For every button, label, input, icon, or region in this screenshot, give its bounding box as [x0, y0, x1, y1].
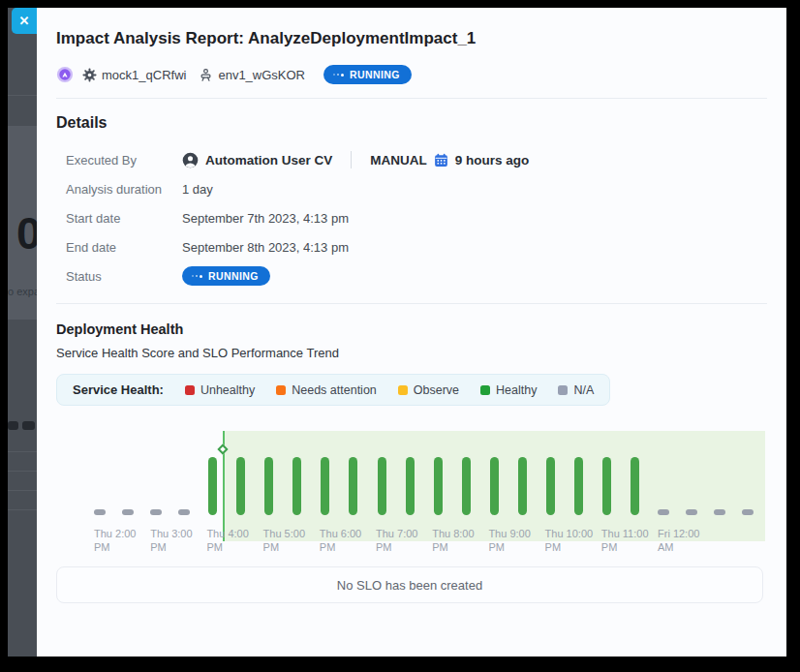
environment-meta: env1_wGsKOR — [199, 68, 305, 82]
background-button — [8, 421, 18, 430]
trigger-type: MANUAL — [370, 153, 427, 168]
environment-icon — [199, 68, 213, 82]
legend-swatch-icon — [480, 385, 490, 395]
legend-item: N/A — [558, 383, 594, 397]
deployment-health-section: Deployment Health Service Health Score a… — [37, 304, 786, 603]
x-axis-tick-label: Thu 9:00PM — [488, 527, 530, 555]
x-axis-tick-label: Thu 10:00PM — [545, 527, 594, 555]
health-bar-healthy[interactable] — [462, 457, 471, 515]
health-bar-healthy[interactable] — [349, 457, 357, 515]
health-bar-healthy[interactable] — [208, 457, 217, 515]
chart-subtitle: Service Health Score and SLO Performance… — [56, 346, 767, 360]
background-row-divider — [8, 490, 37, 491]
health-bar-healthy[interactable] — [434, 457, 443, 515]
background-partial-text: o expa — [8, 286, 37, 297]
legend-title: Service Health: — [73, 382, 164, 397]
status-badge-label: RUNNING — [350, 69, 400, 80]
health-bar-healthy[interactable] — [602, 457, 611, 515]
detail-value: September 7th 2023, 4:13 pm — [182, 211, 349, 226]
background-row-divider — [8, 509, 37, 510]
monitored-service-icon — [56, 66, 74, 83]
health-bar-healthy[interactable] — [378, 457, 386, 515]
detail-label: End date — [66, 240, 182, 255]
x-axis-tick-label: Thu 8:00PM — [432, 527, 474, 555]
slo-empty-message: No SLO has been created — [337, 578, 482, 593]
background-row-divider — [8, 451, 37, 452]
legend-swatch-icon — [276, 385, 286, 395]
detail-row-analysis-duration: Analysis duration 1 day — [56, 174, 767, 203]
detail-value: 1 day — [182, 182, 213, 197]
x-axis-tick-label: Fri 12:00AM — [658, 527, 699, 555]
gear-icon — [82, 68, 97, 82]
loading-dots-icon — [192, 275, 202, 278]
close-drawer-button[interactable]: ✕ — [12, 8, 37, 34]
legend-swatch-icon — [398, 385, 408, 395]
x-axis-tick-label: Thu 2:00PM — [94, 527, 136, 555]
detail-label: Executed By — [66, 153, 182, 168]
background-row-divider — [8, 471, 37, 472]
close-icon: ✕ — [19, 14, 30, 28]
service-id: mock1_qCRfwi — [102, 68, 186, 82]
health-bar-na[interactable] — [150, 509, 162, 515]
status-badge: RUNNING — [323, 65, 412, 84]
health-bar-healthy[interactable] — [518, 457, 527, 515]
executed-by-user: Automation User CV — [205, 153, 332, 168]
status-badge-label: RUNNING — [208, 270, 259, 282]
health-bar-na[interactable] — [742, 509, 754, 515]
background-page-overlay: 0 o expa — [8, 8, 37, 657]
service-health-legend: Service Health: UnhealthyNeeds attention… — [56, 374, 610, 406]
legend-item: Unhealthy — [185, 383, 255, 397]
detail-row-end-date: End date September 8th 2023, 4:13 pm — [56, 232, 767, 261]
health-bar-na[interactable] — [658, 509, 669, 515]
health-bar-healthy[interactable] — [546, 457, 555, 515]
service-meta: mock1_qCRfwi — [82, 68, 186, 82]
page-title: Impact Analysis Report: AnalyzeDeploymen… — [56, 29, 767, 48]
environment-id: env1_wGsKOR — [218, 68, 305, 82]
health-bar-healthy[interactable] — [236, 457, 245, 515]
legend-items: UnhealthyNeeds attentionObserveHealthyN/… — [185, 383, 594, 397]
legend-item: Healthy — [480, 383, 537, 397]
health-bar-na[interactable] — [714, 509, 725, 515]
health-bar-na[interactable] — [122, 509, 134, 515]
legend-label: Needs attention — [292, 383, 377, 397]
x-axis-tick-label: Thu 3:00PM — [150, 527, 192, 555]
detail-row-status: Status RUNNING — [56, 261, 767, 290]
deployment-health-heading: Deployment Health — [56, 321, 767, 337]
health-bar-na[interactable] — [178, 509, 190, 515]
legend-label: Observe — [414, 383, 459, 397]
impact-analysis-report-drawer: Impact Analysis Report: AnalyzeDeploymen… — [37, 8, 786, 657]
x-axis-tick-label: Thu 7:00PM — [376, 527, 417, 555]
x-axis-tick-label: Thu 6:00PM — [320, 527, 361, 555]
legend-swatch-icon — [558, 385, 568, 395]
x-axis-tick-label: Thu 4:00PM — [206, 527, 248, 555]
user-avatar-icon — [182, 152, 199, 168]
x-axis-tick-label: Thu 5:00PM — [263, 527, 305, 555]
health-bar-healthy[interactable] — [292, 457, 301, 515]
vertical-divider — [351, 151, 352, 168]
legend-label: N/A — [573, 383, 594, 397]
health-bar-healthy[interactable] — [264, 457, 273, 515]
health-bar-healthy[interactable] — [490, 457, 499, 515]
detail-value-executed-by: Automation User CV MANUAL — [182, 151, 529, 168]
loading-dots-icon — [333, 74, 344, 76]
legend-label: Healthy — [496, 383, 537, 397]
detail-row-executed-by: Executed By Automation User CV MANUAL — [56, 145, 767, 174]
calendar-icon — [434, 153, 448, 168]
details-heading: Details — [56, 114, 767, 132]
background-divider — [8, 95, 37, 96]
health-bar-healthy[interactable] — [406, 457, 415, 515]
report-meta-row: mock1_qCRfwi env1_wGsKOR RUNNING — [56, 65, 767, 84]
health-bar-healthy[interactable] — [574, 457, 583, 515]
health-bar-healthy[interactable] — [631, 457, 639, 515]
report-header: Impact Analysis Report: AnalyzeDeploymen… — [37, 8, 786, 98]
background-metric-number: 0 — [16, 207, 37, 260]
executed-time: 9 hours ago — [455, 153, 530, 168]
detail-row-start-date: Start date September 7th 2023, 4:13 pm — [56, 203, 767, 232]
health-bar-na[interactable] — [94, 509, 106, 515]
legend-item: Observe — [398, 383, 459, 397]
health-bar-healthy[interactable] — [321, 457, 329, 515]
health-bar-na[interactable] — [686, 509, 697, 515]
detail-label: Status — [66, 269, 182, 284]
detail-label: Analysis duration — [66, 182, 182, 197]
health-chart: Thu 2:00PMThu 3:00PMThu 4:00PMThu 5:00PM… — [58, 418, 765, 559]
